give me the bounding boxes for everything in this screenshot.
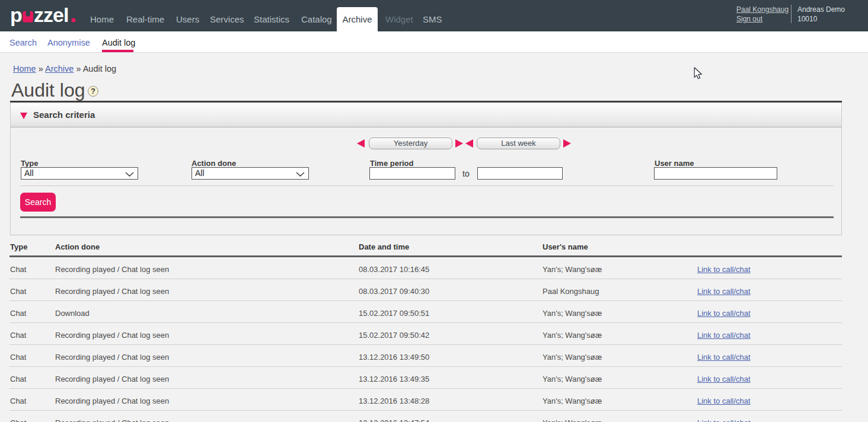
svg-text:p: p (10, 4, 23, 26)
svg-text:zzel: zzel (34, 4, 68, 26)
